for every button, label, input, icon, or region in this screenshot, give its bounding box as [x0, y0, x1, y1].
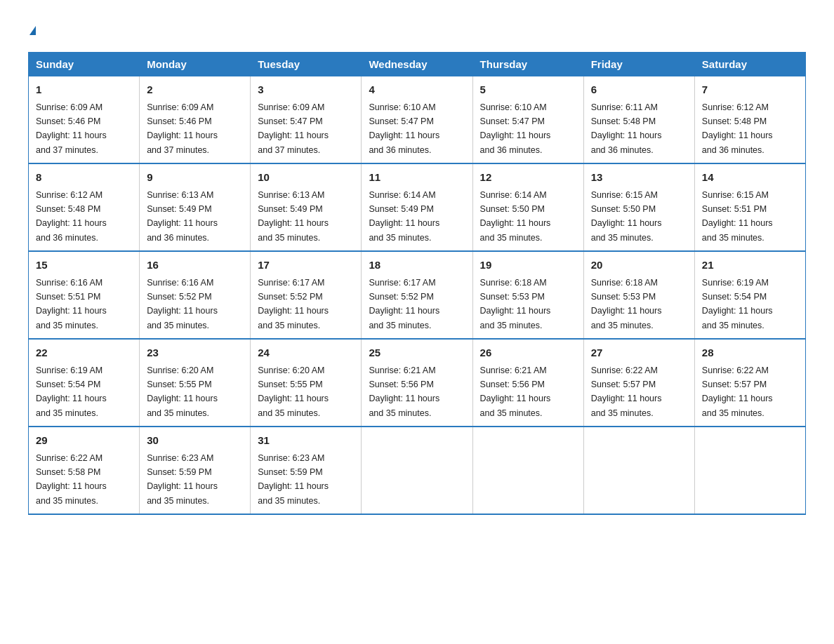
calendar-cell: 26 Sunrise: 6:21 AMSunset: 5:56 PMDaylig… [472, 339, 583, 427]
calendar-cell: 22 Sunrise: 6:19 AMSunset: 5:54 PMDaylig… [29, 339, 140, 427]
day-number: 6 [591, 82, 687, 98]
day-info: Sunrise: 6:19 AMSunset: 5:54 PMDaylight:… [36, 365, 107, 418]
day-number: 11 [369, 170, 465, 186]
day-info: Sunrise: 6:23 AMSunset: 5:59 PMDaylight:… [258, 453, 329, 506]
calendar-cell: 11 Sunrise: 6:14 AMSunset: 5:49 PMDaylig… [362, 163, 472, 251]
calendar-cell: 6 Sunrise: 6:11 AMSunset: 5:48 PMDayligh… [583, 76, 694, 164]
calendar-cell: 3 Sunrise: 6:09 AMSunset: 5:47 PMDayligh… [251, 76, 362, 164]
calendar-cell: 13 Sunrise: 6:15 AMSunset: 5:50 PMDaylig… [583, 163, 694, 251]
day-number: 31 [258, 433, 354, 449]
day-info: Sunrise: 6:09 AMSunset: 5:46 PMDaylight:… [36, 102, 107, 155]
calendar-week-row: 1 Sunrise: 6:09 AMSunset: 5:46 PMDayligh… [29, 76, 806, 164]
calendar-cell: 28 Sunrise: 6:22 AMSunset: 5:57 PMDaylig… [694, 339, 805, 427]
day-number: 19 [480, 257, 576, 274]
day-info: Sunrise: 6:13 AMSunset: 5:49 PMDaylight:… [147, 190, 218, 243]
day-info: Sunrise: 6:20 AMSunset: 5:55 PMDaylight:… [258, 365, 329, 418]
day-number: 25 [369, 345, 465, 361]
calendar-cell: 12 Sunrise: 6:14 AMSunset: 5:50 PMDaylig… [472, 163, 583, 251]
day-info: Sunrise: 6:09 AMSunset: 5:47 PMDaylight:… [258, 102, 329, 155]
day-info: Sunrise: 6:18 AMSunset: 5:53 PMDaylight:… [480, 278, 551, 330]
calendar-cell: 14 Sunrise: 6:15 AMSunset: 5:51 PMDaylig… [694, 163, 805, 251]
header-friday: Friday [583, 53, 694, 76]
day-number: 3 [258, 82, 354, 98]
day-info: Sunrise: 6:19 AMSunset: 5:54 PMDaylight:… [702, 278, 773, 330]
calendar-cell: 27 Sunrise: 6:22 AMSunset: 5:57 PMDaylig… [583, 339, 694, 427]
calendar-cell: 8 Sunrise: 6:12 AMSunset: 5:48 PMDayligh… [29, 163, 140, 251]
day-number: 14 [702, 170, 798, 186]
day-number: 23 [147, 345, 243, 361]
day-info: Sunrise: 6:17 AMSunset: 5:52 PMDaylight:… [369, 278, 439, 330]
calendar-cell: 23 Sunrise: 6:20 AMSunset: 5:55 PMDaylig… [140, 339, 251, 427]
calendar-week-row: 29 Sunrise: 6:22 AMSunset: 5:58 PMDaylig… [29, 427, 806, 514]
header-sunday: Sunday [29, 53, 140, 76]
day-number: 30 [147, 433, 243, 449]
calendar-table: SundayMondayTuesdayWednesdayThursdayFrid… [28, 52, 806, 515]
calendar-cell: 19 Sunrise: 6:18 AMSunset: 5:53 PMDaylig… [472, 251, 583, 339]
day-info: Sunrise: 6:17 AMSunset: 5:52 PMDaylight:… [258, 278, 329, 330]
calendar-cell: 7 Sunrise: 6:12 AMSunset: 5:48 PMDayligh… [694, 76, 805, 164]
header-monday: Monday [140, 53, 251, 76]
day-info: Sunrise: 6:13 AMSunset: 5:49 PMDaylight:… [258, 190, 329, 243]
day-number: 26 [480, 345, 576, 361]
day-number: 8 [36, 170, 132, 186]
day-number: 16 [147, 257, 243, 274]
day-info: Sunrise: 6:15 AMSunset: 5:51 PMDaylight:… [702, 190, 773, 243]
day-info: Sunrise: 6:21 AMSunset: 5:56 PMDaylight:… [369, 365, 439, 418]
calendar-cell: 15 Sunrise: 6:16 AMSunset: 5:51 PMDaylig… [29, 251, 140, 339]
day-number: 7 [702, 82, 798, 98]
day-number: 27 [591, 345, 687, 361]
day-number: 18 [369, 257, 465, 274]
calendar-cell [472, 427, 583, 514]
calendar-cell [583, 427, 694, 514]
day-number: 10 [258, 170, 354, 186]
calendar-cell: 29 Sunrise: 6:22 AMSunset: 5:58 PMDaylig… [29, 427, 140, 514]
day-number: 2 [147, 82, 243, 98]
logo [28, 21, 36, 38]
calendar-week-row: 15 Sunrise: 6:16 AMSunset: 5:51 PMDaylig… [29, 251, 806, 339]
calendar-cell: 17 Sunrise: 6:17 AMSunset: 5:52 PMDaylig… [251, 251, 362, 339]
calendar-cell: 31 Sunrise: 6:23 AMSunset: 5:59 PMDaylig… [251, 427, 362, 514]
day-info: Sunrise: 6:20 AMSunset: 5:55 PMDaylight:… [147, 365, 218, 418]
day-info: Sunrise: 6:22 AMSunset: 5:57 PMDaylight:… [702, 365, 773, 418]
day-info: Sunrise: 6:10 AMSunset: 5:47 PMDaylight:… [480, 102, 551, 155]
calendar-cell: 16 Sunrise: 6:16 AMSunset: 5:52 PMDaylig… [140, 251, 251, 339]
day-number: 13 [591, 170, 687, 186]
day-number: 29 [36, 433, 132, 449]
day-info: Sunrise: 6:18 AMSunset: 5:53 PMDaylight:… [591, 278, 662, 330]
calendar-cell: 5 Sunrise: 6:10 AMSunset: 5:47 PMDayligh… [472, 76, 583, 164]
day-number: 20 [591, 257, 687, 274]
day-info: Sunrise: 6:10 AMSunset: 5:47 PMDaylight:… [369, 102, 439, 155]
day-info: Sunrise: 6:16 AMSunset: 5:52 PMDaylight:… [147, 278, 218, 330]
day-number: 24 [258, 345, 354, 361]
calendar-cell: 20 Sunrise: 6:18 AMSunset: 5:53 PMDaylig… [583, 251, 694, 339]
calendar-cell: 21 Sunrise: 6:19 AMSunset: 5:54 PMDaylig… [694, 251, 805, 339]
day-info: Sunrise: 6:16 AMSunset: 5:51 PMDaylight:… [36, 278, 107, 330]
calendar-cell: 10 Sunrise: 6:13 AMSunset: 5:49 PMDaylig… [251, 163, 362, 251]
day-number: 1 [36, 82, 132, 98]
calendar-cell: 2 Sunrise: 6:09 AMSunset: 5:46 PMDayligh… [140, 76, 251, 164]
day-number: 17 [258, 257, 354, 274]
day-number: 15 [36, 257, 132, 274]
day-info: Sunrise: 6:14 AMSunset: 5:50 PMDaylight:… [480, 190, 551, 243]
day-number: 12 [480, 170, 576, 186]
calendar-cell [362, 427, 472, 514]
day-info: Sunrise: 6:12 AMSunset: 5:48 PMDaylight:… [702, 102, 773, 155]
calendar-cell: 4 Sunrise: 6:10 AMSunset: 5:47 PMDayligh… [362, 76, 472, 164]
day-info: Sunrise: 6:22 AMSunset: 5:57 PMDaylight:… [591, 365, 662, 418]
header-wednesday: Wednesday [362, 53, 472, 76]
calendar-cell: 24 Sunrise: 6:20 AMSunset: 5:55 PMDaylig… [251, 339, 362, 427]
calendar-cell: 9 Sunrise: 6:13 AMSunset: 5:49 PMDayligh… [140, 163, 251, 251]
day-number: 5 [480, 82, 576, 98]
day-info: Sunrise: 6:09 AMSunset: 5:46 PMDaylight:… [147, 102, 218, 155]
day-info: Sunrise: 6:14 AMSunset: 5:49 PMDaylight:… [369, 190, 439, 243]
calendar-cell: 18 Sunrise: 6:17 AMSunset: 5:52 PMDaylig… [362, 251, 472, 339]
page-header [28, 21, 806, 38]
calendar-cell: 1 Sunrise: 6:09 AMSunset: 5:46 PMDayligh… [29, 76, 140, 164]
day-number: 28 [702, 345, 798, 361]
calendar-header-row: SundayMondayTuesdayWednesdayThursdayFrid… [29, 53, 806, 76]
calendar-cell: 30 Sunrise: 6:23 AMSunset: 5:59 PMDaylig… [140, 427, 251, 514]
calendar-week-row: 8 Sunrise: 6:12 AMSunset: 5:48 PMDayligh… [29, 163, 806, 251]
day-number: 4 [369, 82, 465, 98]
day-info: Sunrise: 6:23 AMSunset: 5:59 PMDaylight:… [147, 453, 218, 506]
day-info: Sunrise: 6:11 AMSunset: 5:48 PMDaylight:… [591, 102, 662, 155]
